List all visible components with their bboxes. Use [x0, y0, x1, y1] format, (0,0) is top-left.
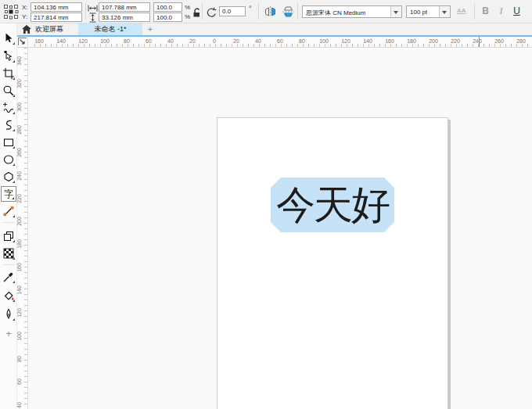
h-ruler-label: 220	[446, 38, 465, 44]
scale-x-input[interactable]	[153, 2, 182, 12]
h-ruler-label: 140	[52, 38, 70, 44]
artistic-text-object[interactable]: 今天好	[276, 185, 389, 224]
more-tools-button[interactable]: +	[1, 325, 16, 341]
degree-symbol-label: °	[249, 5, 252, 13]
x-coordinate-label: X:	[22, 4, 28, 12]
vertical-ruler[interactable]: 3403203002802602402202001801601401201008…	[17, 48, 28, 409]
h-ruler-label: 120	[336, 38, 355, 44]
lock-ratio-icon[interactable]	[192, 7, 202, 18]
v-ruler-label: 40	[17, 398, 27, 409]
object-height-icon	[89, 13, 96, 23]
pick-tool[interactable]	[1, 30, 16, 46]
polygon-tool[interactable]	[1, 169, 16, 185]
v-ruler-label: 220	[17, 192, 27, 206]
v-ruler-label: 320	[17, 77, 27, 91]
font-family-select[interactable]: 思源宋体 CN Medium	[302, 5, 402, 18]
mesh-fill-tool[interactable]	[1, 246, 16, 261]
h-ruler-label: 20	[227, 38, 246, 44]
two-point-line-tool[interactable]	[1, 203, 16, 219]
h-ruler-label: 140	[358, 38, 377, 44]
h-ruler-label: 80	[293, 38, 311, 44]
scale-y-input[interactable]	[153, 13, 182, 22]
v-ruler-label: 80	[17, 352, 27, 366]
h-ruler-label: 100	[315, 38, 333, 44]
v-ruler-label: 160	[17, 260, 27, 274]
h-ruler-label: 80	[117, 38, 136, 44]
object-width-input[interactable]	[99, 2, 150, 12]
h-ruler-label: 40	[249, 38, 268, 44]
more-tools-plus-label: +	[5, 328, 12, 339]
h-ruler-label: 240	[468, 38, 487, 44]
v-ruler-label: 180	[17, 237, 27, 251]
bold-button[interactable]: B	[479, 5, 492, 18]
text-selection-highlight: 今天好	[271, 178, 394, 232]
scale-y-percent-label: %	[185, 13, 190, 21]
v-ruler-label: 280	[17, 123, 27, 137]
font-size-value: 100 pt	[410, 9, 427, 16]
shape-edit-tool[interactable]	[1, 48, 16, 64]
h-ruler-label: 160	[30, 38, 49, 44]
font-family-dropdown-arrow-icon[interactable]	[390, 6, 401, 17]
home-icon[interactable]	[22, 25, 31, 34]
horizontal-ruler[interactable]: 1601401201008060402002040608010012014016…	[28, 37, 532, 48]
ellipse-tool[interactable]	[1, 152, 16, 167]
document-page[interactable]: 今天好	[217, 117, 448, 409]
tab-welcome-screen[interactable]: 欢迎屏幕	[35, 23, 63, 35]
coreldraw-window: X: Y: % %	[0, 0, 532, 409]
tab-untitled-document[interactable]: 未命名 -1*	[78, 23, 142, 35]
underline-button[interactable]: U	[510, 5, 523, 18]
document-tab-bar: 欢迎屏幕 未命名 -1* +	[17, 23, 532, 35]
freehand-tool[interactable]	[1, 100, 16, 116]
font-size-select[interactable]: 100 pt	[406, 5, 451, 18]
horizontal-ruler-ticks	[34, 44, 532, 47]
h-ruler-label: 0	[205, 38, 224, 44]
mirror-vertical-icon[interactable]	[282, 5, 295, 18]
h-ruler-label: 60	[139, 38, 158, 44]
eyedropper-tool[interactable]	[1, 269, 16, 285]
mirror-horizontal-icon[interactable]	[264, 5, 277, 18]
new-document-tab-button[interactable]: +	[145, 23, 156, 35]
v-ruler-label: 120	[17, 306, 27, 320]
rotation-angle-input[interactable]	[219, 6, 246, 16]
ruler-origin-corner[interactable]	[17, 37, 28, 48]
h-ruler-label: 120	[74, 38, 92, 44]
property-bar: X: Y: % %	[0, 0, 532, 23]
zoom-tool[interactable]	[1, 83, 16, 99]
ink-nib-tool[interactable]	[1, 307, 16, 322]
text-tool-glyph: 字	[4, 189, 13, 199]
h-ruler-label: 180	[402, 38, 421, 44]
toolbox: 字 +	[0, 23, 17, 409]
x-coordinate-input[interactable]	[31, 2, 82, 12]
h-ruler-label: 160	[380, 38, 399, 44]
fill-tool[interactable]	[1, 288, 16, 303]
v-ruler-label: 340	[17, 54, 27, 68]
rotation-angle-icon	[206, 6, 217, 18]
object-origin-grid-icon[interactable]	[3, 4, 19, 20]
h-ruler-label: 40	[161, 38, 180, 44]
edit-text-aa-icon[interactable]: AA	[457, 7, 466, 15]
rectangle-tool[interactable]	[1, 135, 16, 150]
h-ruler-label: 20	[183, 38, 202, 44]
drawing-canvas[interactable]: 今天好	[28, 48, 532, 409]
v-ruler-label: 100	[17, 329, 27, 343]
h-ruler-label: 260	[490, 38, 509, 44]
font-family-value: 思源宋体 CN Medium	[306, 9, 365, 17]
contour-tool[interactable]	[1, 228, 16, 244]
v-ruler-label: 140	[17, 283, 27, 297]
v-ruler-label: 200	[17, 214, 27, 228]
h-ruler-label: 100	[95, 38, 114, 44]
h-ruler-label: 200	[424, 38, 443, 44]
object-width-icon	[88, 5, 98, 12]
text-tool[interactable]: 字	[1, 186, 16, 202]
y-coordinate-input[interactable]	[31, 13, 82, 22]
smooth-curve-tool[interactable]	[1, 117, 16, 133]
crop-tool[interactable]	[1, 66, 16, 81]
scale-x-percent-label: %	[185, 4, 190, 12]
italic-button[interactable]: I	[494, 5, 508, 18]
font-size-dropdown-arrow-icon[interactable]	[439, 6, 450, 17]
v-ruler-label: 240	[17, 169, 27, 183]
v-ruler-label: 60	[17, 375, 27, 389]
cursor-position-marker	[479, 37, 480, 47]
h-ruler-label: 280	[512, 38, 530, 44]
object-height-input[interactable]	[99, 13, 150, 22]
